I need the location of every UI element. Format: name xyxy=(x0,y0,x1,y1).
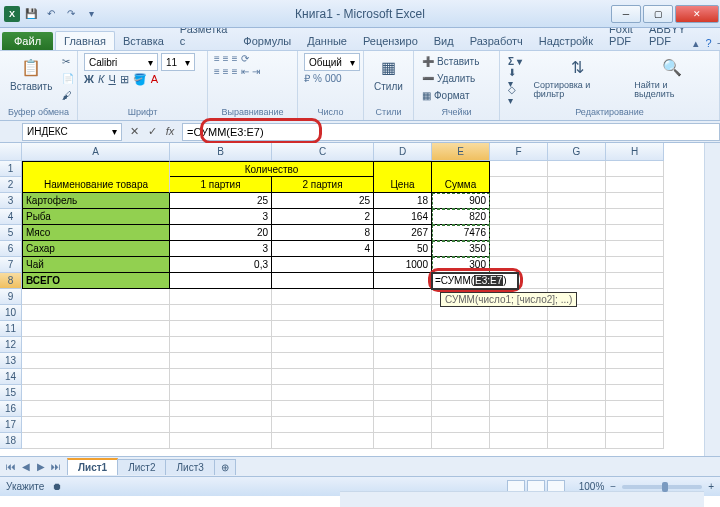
row-header-2[interactable]: 2 xyxy=(0,177,22,193)
sheet-tab-2[interactable]: Лист2 xyxy=(117,459,166,475)
row-header-8[interactable]: 8 xyxy=(0,273,22,289)
currency-button[interactable]: ₽ xyxy=(304,73,310,84)
cell-H6[interactable] xyxy=(606,241,664,257)
select-all-corner[interactable] xyxy=(0,143,22,161)
tab-developer[interactable]: Разработч xyxy=(462,32,531,50)
cell-F3[interactable] xyxy=(490,193,548,209)
cell-F5[interactable] xyxy=(490,225,548,241)
cell-F7[interactable] xyxy=(490,257,548,273)
sheet-nav-first[interactable]: ⏮ xyxy=(4,461,18,472)
tab-review[interactable]: Рецензиро xyxy=(355,32,426,50)
font-color-button[interactable]: A xyxy=(151,73,158,86)
cell-E3[interactable]: 900 xyxy=(432,193,490,209)
cell-H4[interactable] xyxy=(606,209,664,225)
border-button[interactable]: ⊞ xyxy=(120,73,129,86)
sheet-tab-1[interactable]: Лист1 xyxy=(67,458,118,475)
cell-A7[interactable]: Чай xyxy=(22,257,170,273)
row-header-13[interactable]: 13 xyxy=(0,353,22,369)
col-header-C[interactable]: C xyxy=(272,143,374,161)
cell-E6[interactable]: 350 xyxy=(432,241,490,257)
cell-A5[interactable]: Мясо xyxy=(22,225,170,241)
cell-H1[interactable] xyxy=(606,161,664,177)
cell-D5[interactable]: 267 xyxy=(374,225,432,241)
sheet-nav-next[interactable]: ▶ xyxy=(34,461,48,472)
font-name-dropdown[interactable]: Calibri▾ xyxy=(84,53,158,71)
cell-B4[interactable]: 3 xyxy=(170,209,272,225)
cell-D8[interactable] xyxy=(374,273,432,289)
col-header-B[interactable]: B xyxy=(170,143,272,161)
cell-C7[interactable] xyxy=(272,257,374,273)
fill-color-button[interactable]: 🪣 xyxy=(133,73,147,86)
cell-B5[interactable]: 20 xyxy=(170,225,272,241)
cell-F4[interactable] xyxy=(490,209,548,225)
cut-button[interactable]: ✂ xyxy=(60,53,76,69)
tab-file[interactable]: Файл xyxy=(2,32,53,50)
qat-customize-icon[interactable]: ▾ xyxy=(82,5,100,23)
cell-F6[interactable] xyxy=(490,241,548,257)
cell-B2[interactable]: 1 партия xyxy=(170,177,272,193)
cell-A1[interactable] xyxy=(22,161,170,177)
cell-C8[interactable] xyxy=(272,273,374,289)
horizontal-scrollbar[interactable] xyxy=(340,491,704,507)
row-header-3[interactable]: 3 xyxy=(0,193,22,209)
col-header-F[interactable]: F xyxy=(490,143,548,161)
cell-D2[interactable]: Цена xyxy=(374,177,432,193)
bold-button[interactable]: Ж xyxy=(84,73,94,86)
cell-E7[interactable]: 300 xyxy=(432,257,490,273)
cell-G2[interactable] xyxy=(548,177,606,193)
close-button[interactable]: ✕ xyxy=(675,5,719,23)
align-middle-button[interactable]: ≡ xyxy=(223,53,229,64)
cell-D6[interactable]: 50 xyxy=(374,241,432,257)
row-header-12[interactable]: 12 xyxy=(0,337,22,353)
sort-filter-button[interactable]: ⇅ Сортировка и фильтр xyxy=(529,53,626,101)
cell-B3[interactable]: 25 xyxy=(170,193,272,209)
cell-H5[interactable] xyxy=(606,225,664,241)
col-header-G[interactable]: G xyxy=(548,143,606,161)
tab-formulas[interactable]: Формулы xyxy=(235,32,299,50)
cell-BC1[interactable]: Количество xyxy=(170,161,374,177)
align-left-button[interactable]: ≡ xyxy=(214,66,220,77)
redo-button[interactable]: ↷ xyxy=(62,5,80,23)
tab-home[interactable]: Главная xyxy=(55,31,115,50)
cell-G8[interactable] xyxy=(548,273,606,289)
row-header-10[interactable]: 10 xyxy=(0,305,22,321)
cell-C3[interactable]: 25 xyxy=(272,193,374,209)
cell-A6[interactable]: Сахар xyxy=(22,241,170,257)
find-select-button[interactable]: 🔍 Найти и выделить xyxy=(630,53,713,101)
minimize-ribbon-icon[interactable]: ▴ xyxy=(693,37,699,50)
macro-record-icon[interactable]: ⏺ xyxy=(52,481,62,492)
row-header-17[interactable]: 17 xyxy=(0,417,22,433)
cell-G7[interactable] xyxy=(548,257,606,273)
cell-G3[interactable] xyxy=(548,193,606,209)
cell-B6[interactable]: 3 xyxy=(170,241,272,257)
sheet-tab-3[interactable]: Лист3 xyxy=(165,459,214,475)
cell-G4[interactable] xyxy=(548,209,606,225)
help-icon[interactable]: ? xyxy=(705,37,711,50)
fx-button[interactable]: fx xyxy=(162,125,178,138)
row-header-14[interactable]: 14 xyxy=(0,369,22,385)
zoom-in-button[interactable]: + xyxy=(708,481,714,492)
row-header-15[interactable]: 15 xyxy=(0,385,22,401)
cell-G6[interactable] xyxy=(548,241,606,257)
cell-B8[interactable] xyxy=(170,273,272,289)
cell-E8-editing[interactable]: =СУММ(E3:E7) xyxy=(432,273,518,289)
save-button[interactable]: 💾 xyxy=(22,5,40,23)
name-box[interactable]: ИНДЕКС▾ xyxy=(22,123,122,141)
paste-button[interactable]: 📋 Вставить xyxy=(6,53,56,94)
tab-data[interactable]: Данные xyxy=(299,32,355,50)
cell-F1[interactable] xyxy=(490,161,548,177)
cell-A2[interactable]: Наименование товара xyxy=(22,177,170,193)
row-header-7[interactable]: 7 xyxy=(0,257,22,273)
copy-button[interactable]: 📄 xyxy=(60,70,76,86)
maximize-button[interactable]: ▢ xyxy=(643,5,673,23)
cell-C5[interactable]: 8 xyxy=(272,225,374,241)
delete-cells-button[interactable]: ➖ Удалить xyxy=(420,70,481,86)
clear-button[interactable]: ◇ ▾ xyxy=(506,87,525,103)
cell-A4[interactable]: Рыба xyxy=(22,209,170,225)
cell-B7[interactable]: 0,3 xyxy=(170,257,272,273)
row-header-6[interactable]: 6 xyxy=(0,241,22,257)
col-header-E[interactable]: E xyxy=(432,143,490,161)
cell-C4[interactable]: 2 xyxy=(272,209,374,225)
cell-D1[interactable] xyxy=(374,161,432,177)
tab-addins[interactable]: Надстройк xyxy=(531,32,601,50)
